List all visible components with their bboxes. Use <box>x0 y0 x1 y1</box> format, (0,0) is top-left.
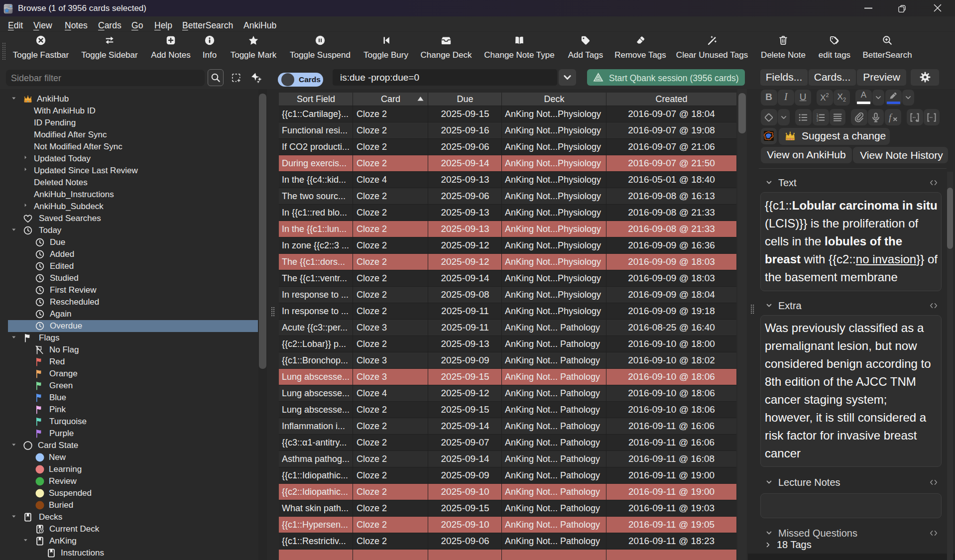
svg-text:f: f <box>889 112 893 122</box>
svg-text:3: 3 <box>817 118 819 121</box>
